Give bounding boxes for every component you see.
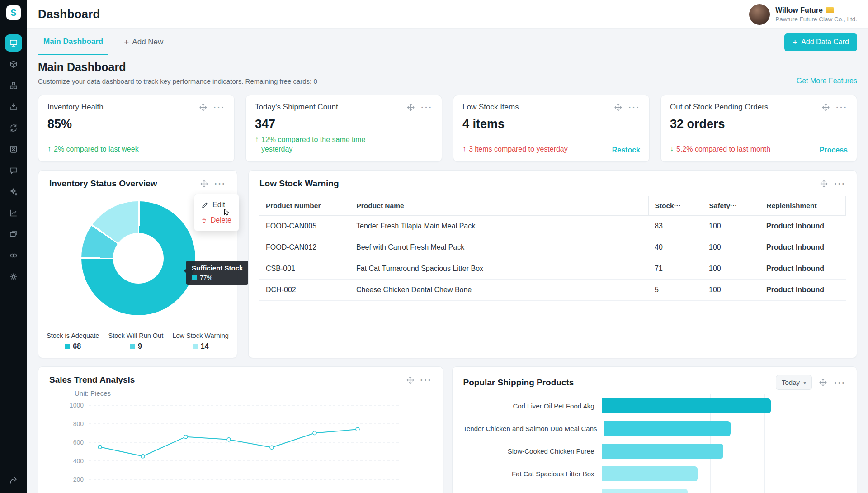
table-row: CSB-001 Fat Cat Turnaround Spacious Litt…: [259, 258, 846, 280]
more-options-icon[interactable]: ···: [421, 103, 433, 112]
bar-category-label: Fat Cat Spacious Litter Box: [463, 470, 602, 478]
tab-add-new[interactable]: + Add New: [124, 29, 163, 55]
data-point-marker[interactable]: [227, 438, 231, 441]
kpi-card-inventory-health: Inventory Health ··· 85% ↑2% compared to…: [38, 95, 235, 162]
y-tick-label: 1000: [70, 402, 84, 409]
drag-move-icon[interactable]: [199, 104, 207, 111]
trend-arrow-icon: ↑: [255, 135, 259, 143]
y-tick-label: 600: [73, 439, 84, 446]
app-root: S: [0, 0, 868, 493]
product-inbound-link[interactable]: Product Inbound: [760, 280, 846, 301]
sidebar-item-ai-assistant[interactable]: [5, 183, 22, 200]
kpi-card-low-stock-items: Low Stock Items ··· 4 items ↑3 items com…: [453, 95, 650, 162]
cell-safety: 100: [703, 280, 760, 301]
more-options-icon[interactable]: ···: [834, 378, 846, 387]
inventory-status-card: Inventory Status Overview ··· Edit: [38, 170, 237, 358]
shipping-bar[interactable]: [602, 466, 698, 481]
sidebar-item-billing[interactable]: [5, 226, 22, 243]
data-point-marker[interactable]: [270, 446, 274, 449]
plus-icon: +: [793, 38, 797, 47]
data-point-marker[interactable]: [356, 427, 359, 431]
col-product-name: Product Name: [350, 196, 648, 216]
donut-tooltip: Sufficient Stock 77%: [186, 261, 248, 285]
drag-move-icon[interactable]: [614, 104, 622, 111]
chevron-down-icon: ▾: [803, 379, 806, 386]
data-point-marker[interactable]: [141, 455, 145, 458]
process-link[interactable]: Process: [820, 146, 848, 154]
sidebar-item-products[interactable]: [5, 56, 22, 73]
app-logo[interactable]: S: [6, 5, 21, 20]
product-inbound-link[interactable]: Product Inbound: [760, 258, 846, 280]
company-name: Pawture Future Claw Co., Ltd.: [775, 16, 857, 23]
sidebar-item-settings[interactable]: [5, 268, 22, 285]
drag-move-icon[interactable]: [820, 180, 828, 188]
gear-icon: [9, 272, 18, 281]
shipping-bar[interactable]: [604, 421, 731, 436]
more-options-icon[interactable]: ···: [420, 375, 432, 384]
time-filter-select[interactable]: Today ▾: [776, 375, 812, 390]
drag-move-icon[interactable]: [822, 104, 830, 111]
user-name: Willow Future: [775, 6, 823, 14]
tab-main-dashboard[interactable]: Main Dashboard: [38, 29, 108, 55]
sidebar-item-dashboard[interactable]: [5, 34, 22, 52]
shipping-bar[interactable]: [602, 489, 688, 493]
kpi-title: Inventory Health: [47, 103, 104, 112]
tab-add-new-label: Add New: [132, 38, 163, 47]
legend-swatch: [192, 275, 197, 280]
more-options-icon[interactable]: ···: [836, 103, 848, 112]
more-options-icon[interactable]: ···: [834, 179, 846, 188]
shipping-bar[interactable]: [602, 444, 724, 459]
drag-move-icon[interactable]: [406, 376, 414, 384]
shipping-bar-row: Fat Cat Spacious Litter Box: [463, 462, 846, 485]
sidebar-item-chat[interactable]: [5, 162, 22, 179]
user-meta: Willow Future Pawture Future Claw Co., L…: [775, 6, 857, 23]
kpi-value: 4 items: [462, 117, 640, 131]
sidebar-item-contacts[interactable]: [5, 141, 22, 158]
more-options-icon[interactable]: ···: [628, 103, 640, 112]
kpi-value: 85%: [47, 117, 225, 131]
data-point-marker[interactable]: [313, 431, 316, 435]
tooltip-value: 77%: [200, 274, 212, 281]
cell-safety: 100: [703, 258, 760, 280]
delete-label: Delete: [211, 216, 231, 224]
cell-safety: 100: [703, 237, 760, 258]
sidebar-collapse-button[interactable]: [9, 476, 18, 487]
get-more-features-link[interactable]: Get More Features: [797, 77, 857, 85]
sidebar-item-shelves[interactable]: [5, 77, 22, 94]
data-point-marker[interactable]: [184, 435, 188, 439]
forward-arrow-icon: [9, 476, 18, 485]
inventory-donut[interactable]: [81, 201, 195, 315]
product-inbound-link[interactable]: Product Inbound: [760, 216, 846, 237]
more-options-icon[interactable]: ···: [213, 103, 225, 112]
drag-move-icon[interactable]: [200, 180, 208, 188]
user-account[interactable]: Willow Future Pawture Future Claw Co., L…: [749, 4, 857, 25]
table-row: FOOD-CAN012 Beef with Carrot Fresh Meal …: [259, 237, 846, 258]
col-stock: Stock···: [648, 196, 703, 216]
legend-swatch: [193, 344, 198, 349]
sidebar-item-inbound[interactable]: [5, 98, 22, 115]
main-area: Dashboard Willow Future Pawture Future C…: [27, 0, 868, 493]
drag-move-icon[interactable]: [819, 379, 827, 386]
boxes-icon: [9, 81, 18, 90]
trend-arrow-icon: ↑: [462, 145, 466, 153]
sidebar-item-analytics[interactable]: [5, 204, 22, 222]
kpi-title: Low Stock Items: [462, 103, 519, 112]
delete-trash-icon: [202, 217, 207, 224]
cell-product-name: Beef with Carrot Fresh Meal Pack: [350, 237, 648, 258]
page-head: Main Dashboard Customize your data dashb…: [38, 61, 857, 85]
add-data-card-button[interactable]: + Add Data Card: [784, 33, 857, 51]
avatar[interactable]: [749, 4, 770, 25]
sidebar-item-partners[interactable]: [5, 247, 22, 264]
low-stock-table: Product Number Product Name Stock··· Saf…: [259, 196, 846, 301]
more-options-icon[interactable]: ···: [214, 179, 226, 188]
cell-stock: 40: [648, 237, 703, 258]
kpi-trend-text: 12% compared to the same time yesterday: [261, 135, 380, 154]
product-inbound-link[interactable]: Product Inbound: [760, 237, 846, 258]
legend-swatch: [65, 344, 70, 349]
shipping-bar[interactable]: [602, 398, 771, 413]
restock-link[interactable]: Restock: [612, 146, 640, 154]
contact-card-icon: [9, 145, 18, 154]
sidebar-item-sync[interactable]: [5, 119, 22, 137]
drag-move-icon[interactable]: [407, 104, 415, 111]
data-point-marker[interactable]: [98, 445, 102, 449]
